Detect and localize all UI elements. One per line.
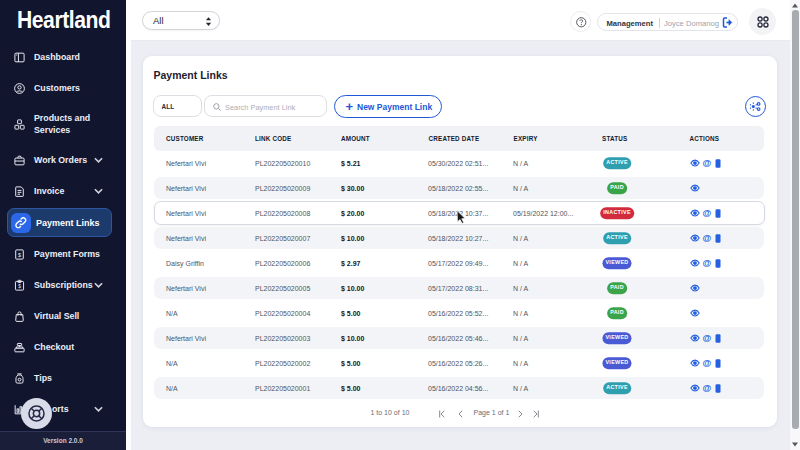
svg-text:$: $ [18, 283, 21, 288]
svg-text:$: $ [18, 251, 21, 257]
